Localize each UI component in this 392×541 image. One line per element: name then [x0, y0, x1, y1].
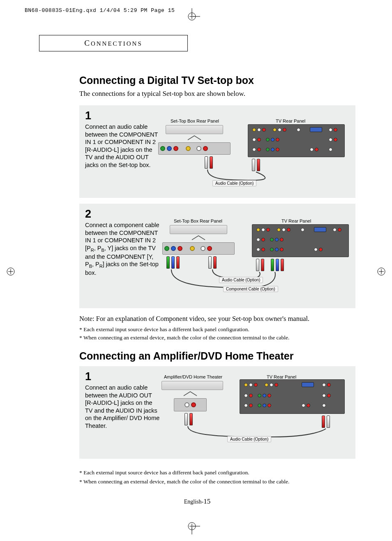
step-2-box: 2 Connect a component cable between the … — [79, 204, 355, 308]
vga-port-icon — [310, 127, 322, 132]
settop-jack-panel — [162, 242, 235, 255]
arrow-down-icon — [190, 235, 207, 241]
step-3-text: Connect an audio cable between the AUDIO… — [85, 384, 161, 430]
label-tv-rear: TV Rear Panel — [276, 118, 305, 123]
jack-blue-icon — [167, 146, 172, 151]
jack-red-icon — [203, 146, 208, 151]
arrow-down-icon — [182, 391, 198, 397]
amp-device-icon — [161, 381, 223, 390]
arrow-down-icon — [186, 135, 203, 142]
asterisk-note-3: * Each external input source device has … — [79, 469, 355, 476]
label-tv-rear: TV Rear Panel — [281, 218, 311, 223]
page-content: CONNECTIONS Connecting a Digital TV Set-… — [39, 35, 355, 506]
jack-green-icon — [160, 146, 165, 151]
cable-label-audio: Audio Cable (Option) — [219, 277, 263, 283]
tv-rear-panel-icon — [248, 124, 345, 157]
crop-mark-icon — [184, 8, 200, 26]
crop-mark-icon — [184, 518, 200, 536]
intro-settop: The connections for a typical Set-top bo… — [79, 90, 355, 98]
footer-lang: English- — [184, 499, 203, 505]
asterisk-note-2: * When connecting an external device, ma… — [79, 334, 355, 341]
jack-red-icon — [173, 146, 178, 151]
label-amp: Amplifier/DVD Home Theater — [164, 374, 222, 379]
settop-jack-panel — [158, 142, 231, 155]
heading-settop: Connecting a Digital TV Set-top box — [79, 74, 355, 86]
section-tab: CONNECTIONS — [39, 35, 188, 51]
print-header: BN68-00883S-01Eng.qxd 1/4/04 5:29 PM Pag… — [25, 7, 175, 14]
asterisk-note-1: * Each external input source device has … — [79, 326, 355, 333]
page-footer: English-15 — [39, 497, 355, 506]
settop-device-icon — [170, 225, 227, 234]
section-label: CONNECTIONS — [84, 39, 143, 48]
tv-rear-panel-icon — [240, 379, 345, 414]
cable-label-audio: Audio Cable (Option) — [227, 436, 271, 442]
cable-label-component: Component Cable (Option) — [223, 286, 278, 292]
step-2-text: Connect a component cable between the CO… — [85, 221, 161, 277]
label-tv-rear: TV Rear Panel — [267, 374, 296, 379]
jack-white-icon — [196, 146, 201, 151]
step-3-box: 1 Connect an audio cable between the AUD… — [79, 366, 355, 459]
tv-rear-panel-icon — [252, 224, 349, 257]
label-settop-rear: Set-Top Box Rear Panel — [174, 218, 222, 223]
asterisk-note-4: * When connecting an external device, ma… — [79, 478, 355, 485]
footer-page-number: 15 — [203, 497, 210, 505]
crop-mark-icon — [2, 263, 19, 281]
note-component-video: Note: For an explanation of Component vi… — [79, 315, 355, 323]
jack-yellow-icon — [186, 146, 191, 151]
step-1-box: 1 Connect an audio cable between the COM… — [79, 105, 355, 198]
label-settop-rear: Set-Top Box Rear Panel — [171, 118, 219, 123]
heading-amplifier: Connecting an Amplifier/DVD Home Theater — [79, 350, 355, 362]
cable-label-audio: Audio Cable (Option) — [212, 180, 256, 186]
amp-jack-panel — [174, 398, 207, 411]
step-1-text: Connect an audio cable between the COMPO… — [85, 123, 161, 169]
settop-device-icon — [166, 125, 223, 134]
crop-mark-icon — [373, 263, 390, 281]
